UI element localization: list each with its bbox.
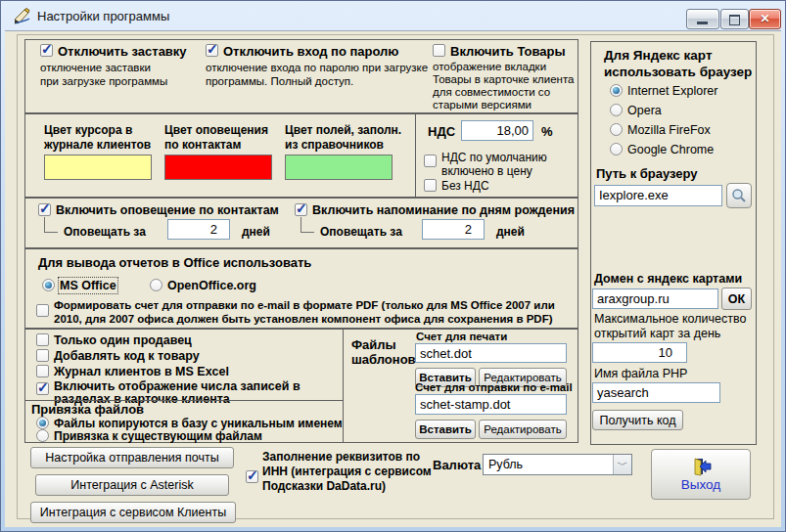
email-insert-button[interactable]: Вставить [415, 420, 476, 439]
email-invoice-label: Счет для отправки по e-mail [415, 381, 573, 393]
binding-existing-label: Привязка к существующим файлам [54, 429, 262, 443]
password-checkbox[interactable] [206, 44, 218, 57]
dialog-body: Отключить заставку отключение заставки п… [5, 30, 781, 527]
binding-copy-row: Файлы копируются в базу с уникальным име… [36, 417, 343, 430]
browser-opera-row: Opera [610, 104, 662, 117]
window-title: Настройки программы [37, 9, 169, 23]
password-row: Отключить вход по паролю [206, 44, 398, 59]
max-maps-input[interactable]: 10 [592, 342, 687, 363]
title-bar[interactable]: Настройки программы ✕ [1, 1, 785, 30]
alert-color-label: Цвет оповещения по контактам [164, 123, 268, 153]
birthday-connector [301, 217, 314, 233]
print-invoice-label: Счет для печати [416, 331, 507, 342]
yandex-browser-title: Для Яндекс карт использовать браузер [604, 47, 752, 80]
php-name-label: Имя файла PHP [594, 367, 687, 380]
goods-code-checkbox[interactable] [36, 349, 49, 362]
screensaver-checkbox[interactable] [40, 44, 53, 57]
domain-ok-button[interactable]: ОК [721, 288, 752, 310]
exit-door-icon [692, 457, 714, 476]
domain-label: Домен с яндекс картами [594, 272, 742, 286]
contacts-notify-label: Включить оповещение по контактам [56, 203, 279, 217]
vat-include-row: НДС по умолчанию включено в цену [424, 151, 547, 178]
close-button[interactable]: ✕ [749, 9, 781, 29]
mail-settings-button[interactable]: Настройка отправления почты [30, 447, 234, 468]
vat-include-checkbox[interactable] [424, 155, 437, 167]
email-edit-button[interactable]: Редактировать [479, 420, 567, 439]
vat-none-label: Без НДС [441, 179, 489, 193]
currency-value: Рубль [488, 458, 523, 471]
browser-chrome-radio[interactable] [610, 143, 623, 155]
search-icon [731, 188, 747, 203]
goods-row: Включить Товары [433, 44, 566, 59]
vat-label: НДС [428, 124, 455, 139]
get-code-button[interactable]: Получить код [592, 410, 683, 430]
contacts-notify-checkbox[interactable] [38, 203, 51, 216]
binding-existing-radio[interactable] [36, 429, 49, 442]
browser-firefox-radio[interactable] [610, 123, 623, 136]
currency-label: Валюта [433, 458, 481, 472]
exit-button[interactable]: Выход [651, 449, 751, 500]
browser-chrome-label: Google Chrome [627, 143, 714, 156]
inn-checkbox[interactable] [246, 470, 258, 483]
browse-button[interactable] [726, 183, 752, 208]
goods-checkbox[interactable] [433, 44, 445, 57]
screensaver-row: Отключить заставку [40, 44, 187, 59]
close-icon: ✕ [750, 12, 780, 25]
fields-color-swatch[interactable] [285, 155, 393, 180]
excel-journal-label: Журнал клиентов в MS Excel [54, 365, 229, 378]
flag-row-1: Только один продавец [36, 333, 192, 347]
minimize-button[interactable] [686, 9, 719, 29]
openoffice-label: OpenOffice.org [167, 279, 256, 292]
single-seller-checkbox[interactable] [36, 333, 49, 346]
msoffice-radio[interactable] [42, 279, 55, 291]
inn-label: Заполнение реквизитов по ИНН (интеграция… [262, 450, 432, 494]
email-invoice-input[interactable]: schet-stamp.dot [415, 394, 567, 415]
vat-input[interactable]: 18,00 [461, 120, 533, 141]
excel-journal-checkbox[interactable] [36, 365, 49, 377]
domain-input[interactable]: araxgroup.ru [592, 288, 718, 309]
flag-row-3: Журнал клиентов в MS Excel [36, 365, 229, 378]
contacts-notify-prefix: Оповещать за [64, 225, 146, 239]
browser-ie-label: Internet Explorer [627, 84, 717, 98]
pdf-label: Формировать счет для отправки по e-mail … [54, 299, 555, 326]
contacts-days-input[interactable]: 2 [167, 219, 230, 240]
print-invoice-input[interactable]: schet.dot [415, 343, 567, 363]
currency-select[interactable]: Рубль ﹀ [483, 454, 632, 475]
screensaver-label: Отключить заставку [58, 44, 187, 59]
contacts-notify-row: Включить оповещение по контактам [38, 203, 279, 217]
openoffice-radio[interactable] [150, 279, 162, 291]
alert-color-swatch[interactable] [164, 155, 272, 180]
browser-path-label: Путь к браузеру [596, 166, 698, 181]
birthday-notify-row: Включить напоминание по дням рождения [295, 203, 575, 217]
exit-button-label: Выход [652, 477, 750, 492]
pdf-checkbox[interactable] [36, 304, 49, 317]
browser-chrome-row: Google Chrome [610, 143, 714, 156]
birthday-notify-prefix: Оповещать за [320, 225, 402, 239]
msoffice-label: MS Office [60, 279, 116, 292]
browser-path-input[interactable]: Iexplore.exe [594, 185, 722, 206]
birthday-notify-checkbox[interactable] [295, 203, 307, 216]
contacts-connector [44, 217, 58, 233]
chevron-down-icon[interactable]: ﹀ [613, 455, 631, 474]
records-count-checkbox[interactable] [36, 382, 49, 395]
browser-ie-radio[interactable] [610, 84, 623, 97]
office-title: Для вывода отчетов в Office использовать [38, 255, 311, 270]
php-name-input[interactable]: yasearch [592, 382, 720, 403]
asterisk-button[interactable]: Интеграция с Asterisk [35, 474, 229, 496]
pdf-row: Формировать счет для отправки по e-mail … [36, 299, 555, 326]
maximize-button[interactable] [720, 9, 749, 29]
browser-opera-radio[interactable] [610, 104, 623, 116]
fields-color-label: Цвет полей, заполн. из справочников [285, 123, 401, 153]
goods-code-label: Добавлять код к товару [54, 349, 200, 363]
maximize-icon [729, 15, 740, 25]
clients-service-button[interactable]: Интеграция с сервисом Клиенты [30, 502, 236, 523]
binding-existing-row: Привязка к существующим файлам [36, 429, 262, 443]
cursor-color-swatch[interactable] [44, 155, 152, 180]
vat-include-label: НДС по умолчанию включено в цену [441, 151, 547, 178]
birthday-days-input[interactable]: 2 [422, 219, 485, 240]
goods-label: Включить Товары [450, 44, 566, 59]
single-seller-label: Только один продавец [54, 333, 192, 347]
binding-copy-radio[interactable] [36, 417, 49, 429]
minimize-icon [697, 22, 708, 24]
vat-none-checkbox[interactable] [424, 179, 437, 192]
